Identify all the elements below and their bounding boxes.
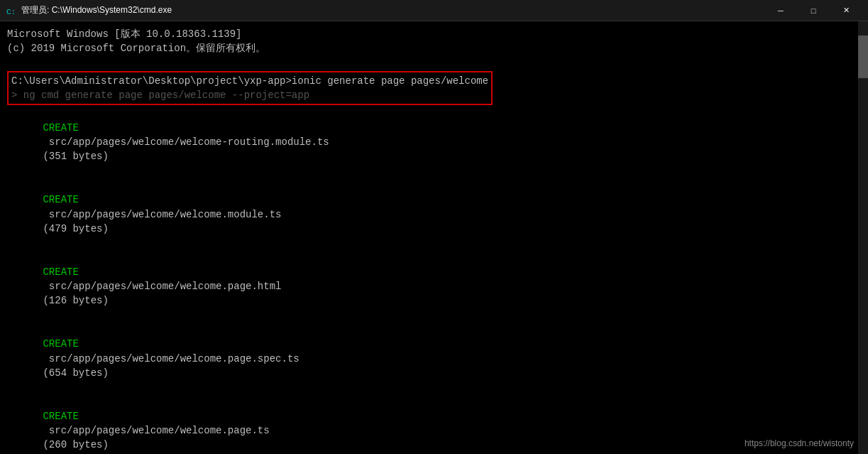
watermark: https://blog.csdn.net/wistonty: [745, 438, 854, 448]
create-line-4: CREATE src/app/pages/welcome/welcome.pag…: [7, 323, 861, 394]
scrollbar-thumb[interactable]: [858, 36, 868, 78]
file-size-1: (351 bytes): [43, 151, 108, 162]
window: C: 管理员: C:\Windows\System32\cmd.exe ─ □ …: [0, 0, 868, 454]
sub-command: > ng cmd generate page pages/welcome --p…: [11, 88, 488, 102]
spacer-1: [7, 56, 861, 70]
title-bar: C: 管理员: C:\Windows\System32\cmd.exe ─ □ …: [0, 0, 868, 21]
title-bar-text: 管理员: C:\Windows\System32\cmd.exe: [21, 4, 764, 16]
create-line-1: CREATE src/app/pages/welcome/welcome-rou…: [7, 106, 861, 178]
file-size-5: (260 bytes): [43, 439, 108, 450]
scrollbar[interactable]: [858, 21, 868, 454]
highlighted-command: C:\Users\Administrator\Desktop\project\y…: [11, 74, 488, 88]
create-line-3: CREATE src/app/pages/welcome/welcome.pag…: [7, 250, 861, 322]
cmd-icon: C:: [6, 5, 17, 16]
title-bar-controls: ─ □ ✕: [764, 0, 862, 21]
create-keyword-4: CREATE: [43, 338, 78, 350]
file-size-3: (126 bytes): [43, 295, 108, 306]
file-size-4: (654 bytes): [43, 367, 108, 379]
file-path-3: src/app/pages/welcome/welcome.page.html: [43, 281, 287, 292]
file-path-2: src/app/pages/welcome/welcome.module.ts: [43, 209, 287, 220]
create-keyword-3: CREATE: [43, 266, 78, 278]
maximize-button[interactable]: □: [797, 0, 830, 21]
svg-text:C:: C:: [6, 8, 16, 16]
create-line-5: CREATE src/app/pages/welcome/welcome.pag…: [7, 394, 861, 454]
minimize-button[interactable]: ─: [764, 0, 797, 21]
file-path-5: src/app/pages/welcome/welcome.page.ts: [43, 425, 275, 436]
create-line-2: CREATE src/app/pages/welcome/welcome.mod…: [7, 178, 861, 250]
header-line-2: (c) 2019 Microsoft Corporation。保留所有权利。: [7, 41, 861, 55]
create-keyword-1: CREATE: [43, 122, 78, 134]
highlighted-command-block: C:\Users\Administrator\Desktop\project\y…: [7, 71, 493, 106]
file-size-2: (479 bytes): [43, 223, 108, 234]
close-button[interactable]: ✕: [830, 0, 862, 21]
file-path-4: src/app/pages/welcome/welcome.page.spec.…: [43, 353, 305, 364]
header-line-1: Microsoft Windows [版本 10.0.18363.1139]: [7, 27, 861, 41]
create-keyword-2: CREATE: [43, 194, 78, 205]
create-keyword-5: CREATE: [43, 411, 78, 422]
terminal-body: Microsoft Windows [版本 10.0.18363.1139] (…: [0, 21, 868, 454]
file-path-1: src/app/pages/welcome/welcome-routing.mo…: [43, 136, 335, 148]
